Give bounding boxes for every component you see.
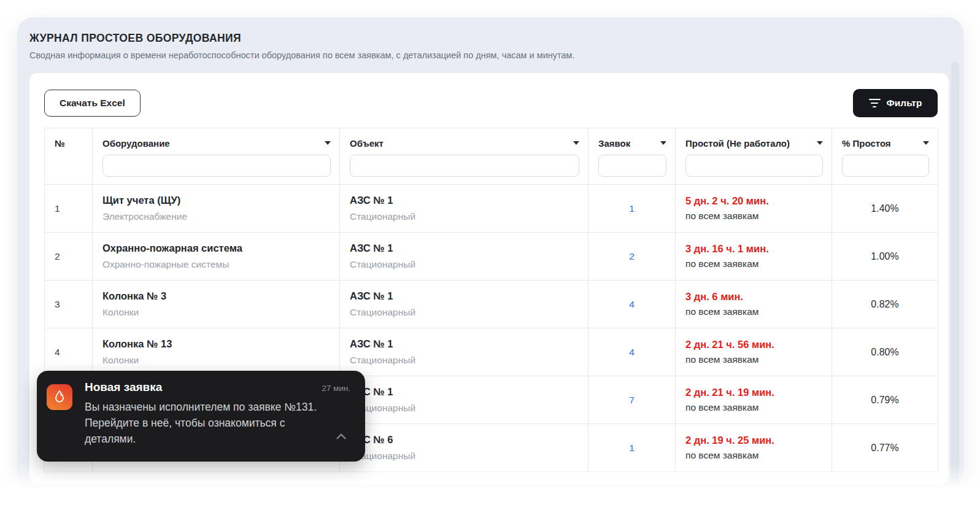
downtime-note: по всем заявкам — [685, 258, 822, 269]
sort-arrow-icon[interactable] — [325, 141, 331, 145]
equipment-group: Колонки — [102, 355, 330, 366]
downtime-value: 2 дн. 21 ч. 19 мин. — [685, 387, 822, 398]
object-type: Стационарный — [350, 355, 578, 366]
sort-arrow-icon[interactable] — [573, 141, 579, 145]
object-filter-input[interactable] — [350, 155, 579, 177]
object-cell: АЗС № 1Стационарный — [340, 281, 588, 328]
column-header-requests[interactable]: Заявок — [588, 128, 676, 185]
downtime-cell: 3 дн. 16 ч. 1 мин.по всем заявкам — [676, 233, 832, 281]
object-name: АЗС № 1 — [350, 195, 578, 207]
column-label-downtime: Простой (Не работало) — [685, 138, 790, 149]
downtime-note: по всем заявкам — [685, 402, 822, 413]
equipment-filter-input[interactable] — [102, 155, 331, 177]
percent-cell: 1.00% — [832, 233, 938, 281]
equipment-cell: Охранно-пожарная системаОхранно-пожарные… — [93, 233, 340, 281]
percent-value: 0.77% — [871, 443, 898, 454]
object-name: АЗС № 1 — [350, 338, 578, 351]
percent-filter-input[interactable] — [842, 155, 929, 177]
downtime-note: по всем заявкам — [685, 450, 822, 461]
toast-message: Вы назначены исполнителем по заявке №131… — [85, 399, 338, 447]
downtime-cell: 2 дн. 21 ч. 19 мин.по всем заявкам — [676, 376, 832, 424]
percent-cell: 0.82% — [832, 281, 938, 328]
requests-cell: 4 — [588, 281, 676, 328]
requests-cell: 4 — [588, 328, 676, 376]
download-excel-button[interactable]: Скачать Excel — [44, 90, 141, 117]
equipment-name: Колонка № 3 — [102, 290, 330, 303]
object-type: Стационарный — [350, 259, 578, 271]
object-cell: АЗС № 1Стационарный — [340, 185, 588, 233]
toast-timestamp: 27 мин. — [322, 384, 350, 393]
percent-cell: 0.79% — [832, 376, 938, 424]
percent-value: 1.40% — [871, 203, 898, 214]
row-number: 1 — [55, 203, 82, 214]
object-name: АЗС № 1 — [350, 290, 578, 303]
chevron-up-icon[interactable] — [333, 428, 349, 444]
equipment-name: Охранно-пожарная система — [102, 242, 330, 255]
row-number: 3 — [55, 299, 82, 310]
sort-arrow-icon[interactable] — [923, 141, 929, 145]
page: ЖУРНАЛ ПРОСТОЕВ ОБОРУДОВАНИЯ Сводная инф… — [0, 0, 980, 507]
object-type: Стационарный — [350, 211, 578, 223]
table-row-num: 2 — [45, 233, 93, 281]
column-label-requests: Заявок — [598, 138, 630, 149]
table-row-num: 3 — [45, 281, 93, 328]
downtime-note: по всем заявкам — [685, 306, 822, 317]
notification-toast[interactable]: Новая заявка 27 мин. Вы назначены исполн… — [37, 371, 365, 462]
sort-arrow-icon[interactable] — [660, 141, 666, 145]
table-row-num: 4 — [45, 328, 93, 376]
requests-count-link[interactable]: 2 — [629, 251, 635, 262]
requests-filter-input[interactable] — [598, 155, 666, 177]
column-label-percent: % Простоя — [842, 138, 891, 149]
equipment-group: Электроснабжение — [102, 211, 330, 223]
column-header-downtime[interactable]: Простой (Не работало) — [676, 128, 832, 185]
equipment-group: Колонки — [102, 307, 330, 319]
filter-button[interactable]: Фильтр — [853, 89, 938, 117]
fuel-drop-icon — [47, 384, 72, 410]
downtime-filter-input[interactable] — [685, 155, 823, 177]
column-header-equipment[interactable]: Оборудование — [93, 128, 340, 185]
column-header-percent[interactable]: % Простоя — [832, 128, 938, 185]
vertical-scrollbar[interactable] — [951, 62, 959, 485]
downtime-cell: 2 дн. 19 ч. 25 мин.по всем заявкам — [676, 424, 832, 472]
downtime-cell: 2 дн. 21 ч. 56 мин.по всем заявкам — [676, 328, 832, 376]
requests-count-link[interactable]: 7 — [629, 395, 635, 406]
table-row-num: 1 — [45, 185, 93, 233]
downtime-cell: 5 дн. 2 ч. 20 мин.по всем заявкам — [676, 185, 832, 233]
equipment-name: Колонка № 13 — [102, 338, 330, 351]
row-number: 2 — [55, 251, 82, 262]
downtime-value: 3 дн. 6 мин. — [685, 291, 822, 303]
requests-count-link[interactable]: 1 — [629, 203, 635, 214]
requests-cell: 7 — [588, 376, 676, 424]
percent-cell: 0.77% — [832, 424, 938, 472]
downtime-value: 2 дн. 19 ч. 25 мин. — [685, 435, 822, 446]
object-cell: АЗС № 1Стационарный — [340, 233, 588, 281]
object-cell: АЗС № 6Стационарный — [340, 424, 588, 472]
downtime-note: по всем заявкам — [685, 354, 822, 365]
column-label-object: Объект — [350, 138, 384, 149]
object-name: АЗС № 6 — [350, 434, 578, 447]
percent-cell: 1.40% — [832, 185, 938, 233]
equipment-group: Охранно-пожарные системы — [102, 259, 330, 271]
column-header-object[interactable]: Объект — [340, 128, 588, 185]
object-cell: АЗС № 1Стационарный — [340, 328, 588, 376]
page-subtitle: Сводная информация о времени неработоспо… — [29, 50, 575, 60]
column-header-num: № — [45, 128, 93, 185]
percent-value: 1.00% — [871, 251, 898, 262]
equipment-cell: Щит учета (ЩУ)Электроснабжение — [93, 185, 340, 233]
requests-cell: 1 — [588, 424, 676, 472]
equipment-cell: Колонка № 3Колонки — [93, 281, 340, 328]
percent-value: 0.80% — [871, 347, 898, 358]
requests-count-link[interactable]: 4 — [629, 347, 635, 358]
percent-value: 0.79% — [871, 395, 898, 406]
downtime-value: 5 дн. 2 ч. 20 мин. — [685, 195, 822, 207]
percent-value: 0.82% — [871, 299, 898, 310]
filter-lines-icon — [869, 99, 881, 107]
row-number: 4 — [55, 347, 82, 358]
sort-arrow-icon[interactable] — [817, 141, 823, 145]
downtime-note: по всем заявкам — [685, 211, 822, 222]
object-name: АЗС № 1 — [350, 386, 578, 399]
requests-count-link[interactable]: 4 — [629, 299, 635, 310]
equipment-cell: Колонка № 13Колонки — [93, 328, 340, 376]
requests-count-link[interactable]: 1 — [629, 443, 635, 454]
column-label-equipment: Оборудование — [102, 138, 170, 149]
